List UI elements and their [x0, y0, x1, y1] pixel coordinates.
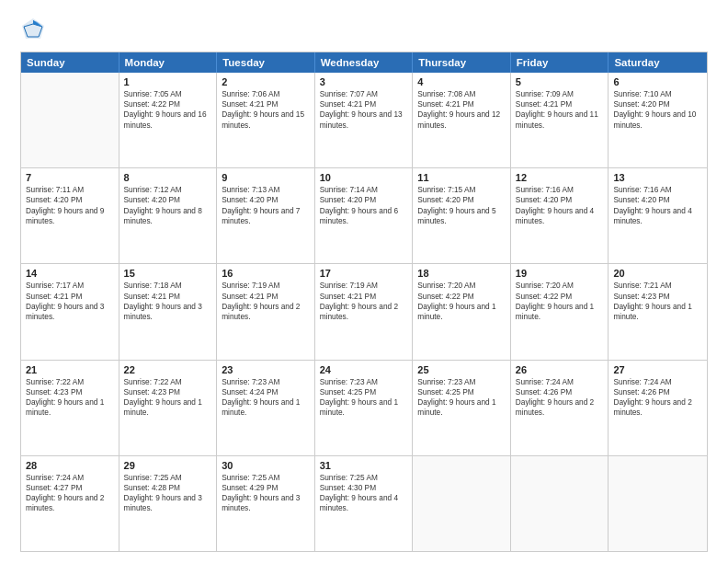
- calendar-cell: 5Sunrise: 7:09 AM Sunset: 4:21 PM Daylig…: [511, 73, 609, 167]
- calendar-cell: 6Sunrise: 7:10 AM Sunset: 4:20 PM Daylig…: [609, 73, 707, 167]
- day-number: 30: [222, 460, 310, 471]
- calendar-cell: 28Sunrise: 7:24 AM Sunset: 4:27 PM Dayli…: [21, 456, 119, 551]
- day-number: 6: [613, 76, 702, 87]
- header-day-saturday: Saturday: [609, 52, 707, 73]
- day-number: 19: [516, 268, 604, 279]
- calendar-cell: 25Sunrise: 7:23 AM Sunset: 4:25 PM Dayli…: [413, 361, 511, 455]
- calendar-cell: 21Sunrise: 7:22 AM Sunset: 4:23 PM Dayli…: [21, 361, 119, 455]
- page: SundayMondayTuesdayWednesdayThursdayFrid…: [0, 0, 728, 563]
- day-number: 16: [222, 268, 310, 279]
- calendar-cell: 18Sunrise: 7:20 AM Sunset: 4:22 PM Dayli…: [413, 264, 511, 359]
- cell-sun-info: Sunrise: 7:24 AM Sunset: 4:26 PM Dayligh…: [516, 377, 604, 419]
- cell-sun-info: Sunrise: 7:18 AM Sunset: 4:21 PM Dayligh…: [124, 281, 212, 322]
- day-number: 2: [222, 76, 310, 87]
- calendar-row-4: 28Sunrise: 7:24 AM Sunset: 4:27 PM Dayli…: [21, 455, 707, 551]
- calendar-cell: 10Sunrise: 7:14 AM Sunset: 4:20 PM Dayli…: [315, 168, 414, 263]
- header-day-monday: Monday: [119, 52, 218, 73]
- calendar-cell: 7Sunrise: 7:11 AM Sunset: 4:20 PM Daylig…: [21, 168, 119, 263]
- day-number: 31: [320, 460, 408, 471]
- cell-sun-info: Sunrise: 7:07 AM Sunset: 4:21 PM Dayligh…: [320, 89, 408, 131]
- day-number: 9: [222, 172, 310, 183]
- calendar-cell: 14Sunrise: 7:17 AM Sunset: 4:21 PM Dayli…: [21, 264, 119, 359]
- cell-sun-info: Sunrise: 7:22 AM Sunset: 4:23 PM Dayligh…: [124, 377, 212, 419]
- header-day-friday: Friday: [511, 52, 609, 73]
- day-number: 1: [124, 76, 212, 87]
- header-day-tuesday: Tuesday: [217, 52, 315, 73]
- cell-sun-info: Sunrise: 7:23 AM Sunset: 4:25 PM Dayligh…: [320, 377, 408, 419]
- cell-sun-info: Sunrise: 7:20 AM Sunset: 4:22 PM Dayligh…: [417, 281, 506, 322]
- calendar-cell: 26Sunrise: 7:24 AM Sunset: 4:26 PM Dayli…: [511, 361, 609, 455]
- cell-sun-info: Sunrise: 7:05 AM Sunset: 4:22 PM Dayligh…: [124, 89, 212, 131]
- cell-sun-info: Sunrise: 7:21 AM Sunset: 4:23 PM Dayligh…: [613, 281, 702, 322]
- cell-sun-info: Sunrise: 7:23 AM Sunset: 4:24 PM Dayligh…: [222, 377, 310, 419]
- calendar-cell: 27Sunrise: 7:24 AM Sunset: 4:26 PM Dayli…: [609, 361, 707, 455]
- day-number: 22: [124, 364, 212, 375]
- header-day-sunday: Sunday: [21, 52, 119, 73]
- day-number: 10: [320, 172, 408, 183]
- cell-sun-info: Sunrise: 7:25 AM Sunset: 4:29 PM Dayligh…: [222, 473, 310, 514]
- cell-sun-info: Sunrise: 7:11 AM Sunset: 4:20 PM Dayligh…: [26, 185, 114, 226]
- header-day-wednesday: Wednesday: [315, 52, 414, 73]
- logo: [20, 17, 50, 42]
- calendar-cell: 31Sunrise: 7:25 AM Sunset: 4:30 PM Dayli…: [315, 456, 414, 551]
- calendar-cell: 24Sunrise: 7:23 AM Sunset: 4:25 PM Dayli…: [315, 361, 414, 455]
- cell-sun-info: Sunrise: 7:12 AM Sunset: 4:20 PM Dayligh…: [124, 185, 212, 226]
- cell-sun-info: Sunrise: 7:25 AM Sunset: 4:30 PM Dayligh…: [320, 473, 408, 514]
- cell-sun-info: Sunrise: 7:15 AM Sunset: 4:20 PM Dayligh…: [417, 185, 506, 226]
- day-number: 23: [222, 364, 310, 375]
- day-number: 27: [613, 364, 702, 375]
- header-day-thursday: Thursday: [413, 52, 511, 73]
- calendar-cell: 3Sunrise: 7:07 AM Sunset: 4:21 PM Daylig…: [315, 73, 414, 167]
- day-number: 25: [417, 364, 506, 375]
- day-number: 15: [124, 268, 212, 279]
- cell-sun-info: Sunrise: 7:06 AM Sunset: 4:21 PM Dayligh…: [222, 89, 310, 131]
- calendar-cell: 30Sunrise: 7:25 AM Sunset: 4:29 PM Dayli…: [217, 456, 315, 551]
- cell-sun-info: Sunrise: 7:16 AM Sunset: 4:20 PM Dayligh…: [516, 185, 604, 226]
- calendar-row-0: 1Sunrise: 7:05 AM Sunset: 4:22 PM Daylig…: [21, 73, 707, 167]
- day-number: 17: [320, 268, 408, 279]
- calendar-cell: 19Sunrise: 7:20 AM Sunset: 4:22 PM Dayli…: [511, 264, 609, 359]
- cell-sun-info: Sunrise: 7:08 AM Sunset: 4:21 PM Dayligh…: [417, 89, 506, 131]
- day-number: 29: [124, 460, 212, 471]
- day-number: 20: [613, 268, 702, 279]
- cell-sun-info: Sunrise: 7:19 AM Sunset: 4:21 PM Dayligh…: [320, 281, 408, 322]
- day-number: 11: [417, 172, 506, 183]
- cell-sun-info: Sunrise: 7:25 AM Sunset: 4:28 PM Dayligh…: [124, 473, 212, 514]
- cell-sun-info: Sunrise: 7:24 AM Sunset: 4:27 PM Dayligh…: [26, 473, 114, 514]
- calendar-cell: 4Sunrise: 7:08 AM Sunset: 4:21 PM Daylig…: [413, 73, 511, 167]
- calendar-cell: 17Sunrise: 7:19 AM Sunset: 4:21 PM Dayli…: [315, 264, 414, 359]
- cell-sun-info: Sunrise: 7:20 AM Sunset: 4:22 PM Dayligh…: [516, 281, 604, 322]
- cell-sun-info: Sunrise: 7:14 AM Sunset: 4:20 PM Dayligh…: [320, 185, 408, 226]
- calendar-cell: 1Sunrise: 7:05 AM Sunset: 4:22 PM Daylig…: [119, 73, 218, 167]
- calendar-cell: 13Sunrise: 7:16 AM Sunset: 4:20 PM Dayli…: [609, 168, 707, 263]
- cell-sun-info: Sunrise: 7:24 AM Sunset: 4:26 PM Dayligh…: [613, 377, 702, 419]
- calendar-cell: [21, 73, 119, 167]
- day-number: 12: [516, 172, 604, 183]
- day-number: 18: [417, 268, 506, 279]
- calendar-cell: 12Sunrise: 7:16 AM Sunset: 4:20 PM Dayli…: [511, 168, 609, 263]
- cell-sun-info: Sunrise: 7:22 AM Sunset: 4:23 PM Dayligh…: [26, 377, 114, 419]
- calendar: SundayMondayTuesdayWednesdayThursdayFrid…: [20, 52, 708, 552]
- calendar-row-1: 7Sunrise: 7:11 AM Sunset: 4:20 PM Daylig…: [21, 167, 707, 263]
- day-number: 21: [26, 364, 114, 375]
- calendar-cell: 20Sunrise: 7:21 AM Sunset: 4:23 PM Dayli…: [609, 264, 707, 359]
- calendar-cell: 16Sunrise: 7:19 AM Sunset: 4:21 PM Dayli…: [217, 264, 315, 359]
- calendar-cell: 15Sunrise: 7:18 AM Sunset: 4:21 PM Dayli…: [119, 264, 218, 359]
- calendar-cell: 22Sunrise: 7:22 AM Sunset: 4:23 PM Dayli…: [119, 361, 218, 455]
- day-number: 3: [320, 76, 408, 87]
- cell-sun-info: Sunrise: 7:10 AM Sunset: 4:20 PM Dayligh…: [613, 89, 702, 131]
- day-number: 24: [320, 364, 408, 375]
- day-number: 28: [26, 460, 114, 471]
- calendar-cell: 23Sunrise: 7:23 AM Sunset: 4:24 PM Dayli…: [217, 361, 315, 455]
- calendar-body: 1Sunrise: 7:05 AM Sunset: 4:22 PM Daylig…: [21, 73, 707, 551]
- header: [20, 17, 708, 42]
- calendar-cell: [413, 456, 511, 551]
- calendar-cell: [609, 456, 707, 551]
- calendar-cell: 2Sunrise: 7:06 AM Sunset: 4:21 PM Daylig…: [217, 73, 315, 167]
- day-number: 13: [613, 172, 702, 183]
- cell-sun-info: Sunrise: 7:16 AM Sunset: 4:20 PM Dayligh…: [613, 185, 702, 226]
- day-number: 7: [26, 172, 114, 183]
- day-number: 14: [26, 268, 114, 279]
- calendar-header: SundayMondayTuesdayWednesdayThursdayFrid…: [21, 52, 707, 73]
- calendar-cell: 11Sunrise: 7:15 AM Sunset: 4:20 PM Dayli…: [413, 168, 511, 263]
